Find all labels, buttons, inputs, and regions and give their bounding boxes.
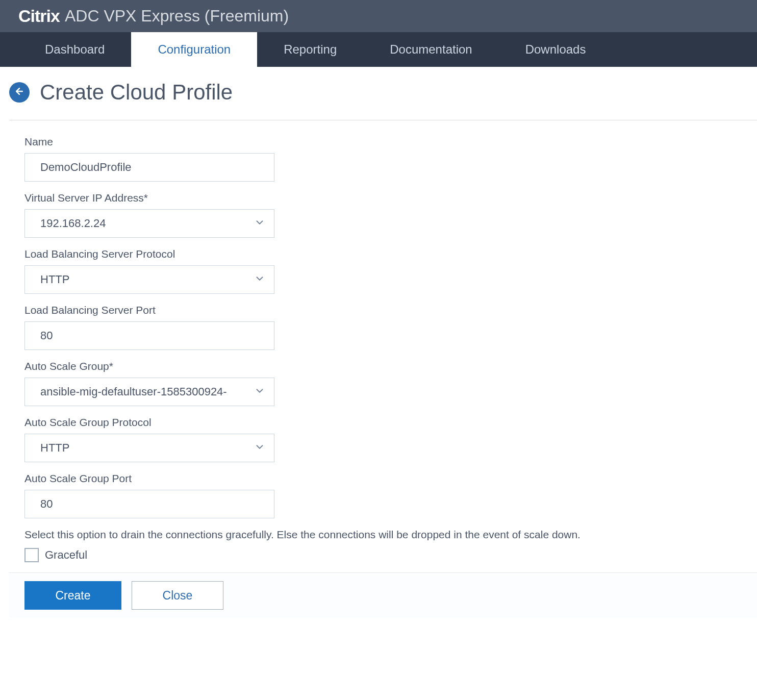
asg-port-input[interactable] bbox=[24, 490, 274, 518]
graceful-checkbox[interactable] bbox=[24, 548, 39, 562]
nav-tabs: Dashboard Configuration Reporting Docume… bbox=[0, 32, 757, 67]
tab-documentation[interactable]: Documentation bbox=[363, 32, 498, 67]
back-button[interactable] bbox=[9, 82, 30, 103]
asg-protocol-label: Auto Scale Group Protocol bbox=[24, 416, 742, 429]
brand-logo: Citrix bbox=[18, 6, 60, 26]
button-bar: Create Close bbox=[9, 572, 757, 618]
vip-select[interactable]: 192.168.2.24 bbox=[24, 209, 274, 238]
asg-select[interactable]: ansible-mig-defaultuser-1585300924- bbox=[24, 378, 274, 406]
tab-configuration[interactable]: Configuration bbox=[131, 32, 257, 67]
create-button[interactable]: Create bbox=[24, 581, 121, 610]
tab-downloads[interactable]: Downloads bbox=[499, 32, 613, 67]
arrow-left-icon bbox=[14, 86, 24, 98]
topbar: Citrix ADC VPX Express (Freemium) bbox=[0, 0, 757, 32]
graceful-helper-text: Select this option to drain the connecti… bbox=[24, 529, 742, 541]
name-label: Name bbox=[24, 136, 742, 148]
form-panel: Name Virtual Server IP Address* 192.168.… bbox=[9, 120, 757, 572]
graceful-checkbox-label: Graceful bbox=[45, 548, 87, 562]
asg-protocol-select[interactable]: HTTP bbox=[24, 434, 274, 462]
asg-port-label: Auto Scale Group Port bbox=[24, 472, 742, 485]
lb-protocol-select[interactable]: HTTP bbox=[24, 265, 274, 294]
vip-label: Virtual Server IP Address* bbox=[24, 192, 742, 204]
brand-suffix: ADC VPX Express (Freemium) bbox=[65, 7, 289, 26]
tab-dashboard[interactable]: Dashboard bbox=[18, 32, 131, 67]
close-button[interactable]: Close bbox=[132, 581, 223, 610]
page-header: Create Cloud Profile bbox=[0, 67, 757, 120]
tab-reporting[interactable]: Reporting bbox=[257, 32, 363, 67]
page-title: Create Cloud Profile bbox=[40, 80, 233, 105]
asg-label: Auto Scale Group* bbox=[24, 360, 742, 372]
lb-port-label: Load Balancing Server Port bbox=[24, 304, 742, 316]
lb-port-input[interactable] bbox=[24, 321, 274, 350]
name-input[interactable] bbox=[24, 153, 274, 182]
lb-protocol-label: Load Balancing Server Protocol bbox=[24, 248, 742, 260]
